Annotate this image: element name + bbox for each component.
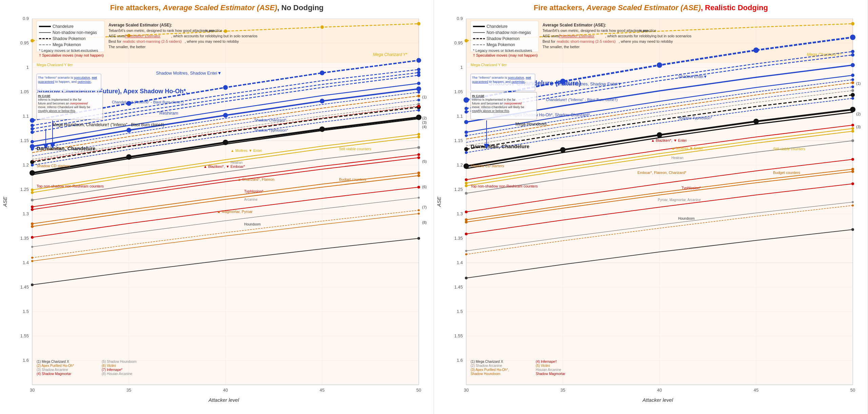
svg-point-74 xyxy=(29,170,35,176)
svg-text:The smaller, the better: The smaller, the better xyxy=(108,45,146,49)
svg-text:Mega Houndoom,: Mega Houndoom, xyxy=(515,122,548,126)
svg-text:Mega Pokemon: Mega Pokemon xyxy=(487,42,515,47)
svg-point-234 xyxy=(851,63,855,67)
svg-text:Budget counters: Budget counters xyxy=(339,177,367,181)
svg-text:40: 40 xyxy=(657,388,662,393)
svg-text:Shadow Entei▼: Shadow Entei▼ xyxy=(678,74,707,79)
svg-text:Chandelure† ("Inferno" - Blast: Chandelure† ("Inferno" - Blast Burn clon… xyxy=(546,98,617,102)
svg-text:50: 50 xyxy=(416,388,421,393)
svg-text:▲ Charizard*, Flareon: ▲ Charizard*, Flareon xyxy=(237,177,274,181)
svg-text:Mega Pokemon: Mega Pokemon xyxy=(53,42,81,47)
svg-text:roughly above or below this.: roughly above or below this. xyxy=(38,109,76,113)
svg-text:Shadow Typhlosion*: Shadow Typhlosion* xyxy=(254,128,288,132)
svg-text:(3) Apex Purified Ho-Oh*,: (3) Apex Purified Ho-Oh*, xyxy=(471,368,509,372)
svg-text:(5): (5) xyxy=(422,159,427,163)
svg-text:1.1: 1.1 xyxy=(457,114,463,119)
svg-point-72 xyxy=(31,164,34,166)
svg-point-54 xyxy=(416,58,421,63)
svg-point-227 xyxy=(753,47,759,53)
svg-text:Arcanine: Arcanine xyxy=(244,198,258,201)
svg-point-264 xyxy=(465,250,467,252)
svg-point-90 xyxy=(417,172,420,174)
svg-point-229 xyxy=(465,110,468,114)
svg-text:Houndoom: Houndoom xyxy=(244,222,261,226)
svg-text:The "Inferno" scenario is spec: The "Inferno" scenario is speculative, n… xyxy=(472,76,531,79)
svg-text:▲ Moltres  ▼ Entei: ▲ Moltres ▼ Entei xyxy=(231,149,262,153)
svg-point-104 xyxy=(417,99,420,101)
svg-text:Still viable counters: Still viable counters xyxy=(773,147,805,151)
svg-text:future and becomes an overpowe: future and becomes an overpowered xyxy=(38,102,88,105)
svg-text:Mega Charizard Y tier: Mega Charizard Y tier xyxy=(471,63,507,67)
svg-point-272 xyxy=(851,89,854,92)
svg-text:Non-shadow non-megas: Non-shadow non-megas xyxy=(487,30,531,35)
svg-text:▲ Moltres  ▼ Entei: ▲ Moltres ▼ Entei xyxy=(671,146,703,150)
svg-point-73 xyxy=(417,109,420,112)
svg-point-258 xyxy=(465,218,468,221)
svg-point-93 xyxy=(31,236,34,239)
svg-point-228 xyxy=(850,35,855,40)
svg-text:ASE uses: ASE uses xyxy=(542,34,559,38)
svg-point-100 xyxy=(418,213,420,215)
svg-point-232 xyxy=(851,50,854,53)
svg-text:(1): (1) xyxy=(856,81,861,85)
svg-text:(3): (3) xyxy=(856,125,861,129)
svg-text:Shadow Houndoom: Shadow Houndoom xyxy=(471,372,500,376)
svg-point-270 xyxy=(851,81,854,84)
svg-text:1.05: 1.05 xyxy=(20,89,29,94)
svg-text:The "Inferno" scenario is spec: The "Inferno" scenario is speculative, n… xyxy=(38,76,97,79)
svg-text:Mega Charizard Y*: Mega Charizard Y* xyxy=(807,52,841,57)
svg-point-106 xyxy=(417,105,420,107)
svg-point-96 xyxy=(418,197,420,199)
svg-text:Emboar*, Flareon, Charizard*: Emboar*, Flareon, Charizard* xyxy=(637,171,687,175)
svg-point-254 xyxy=(465,192,468,195)
svg-point-50 xyxy=(30,118,35,123)
svg-text:, where you may need to relobb: , where you may need to relobby xyxy=(619,39,673,43)
svg-point-233 xyxy=(464,120,468,124)
svg-point-98 xyxy=(418,209,420,211)
svg-text:ASE uses: ASE uses xyxy=(108,34,125,38)
svg-text:* Legacy moves or ticket-exclu: * Legacy moves or ticket-exclusives xyxy=(473,48,532,53)
svg-point-84 xyxy=(417,146,420,149)
svg-text:Best for: Best for xyxy=(542,39,555,43)
svg-text:roughly above or below this.: roughly above or below this. xyxy=(472,109,510,113)
svg-text:▲ Magmortar, Pyroar: ▲ Magmortar, Pyroar xyxy=(217,210,253,214)
svg-point-237 xyxy=(465,134,468,137)
svg-point-86 xyxy=(417,153,420,156)
svg-point-240 xyxy=(851,93,855,97)
svg-text:0.9: 0.9 xyxy=(23,16,29,21)
svg-point-69 xyxy=(417,91,420,94)
svg-text:(2) Apex Purified Ho-Oh*: (2) Apex Purified Ho-Oh* xyxy=(37,364,74,368)
svg-text:1.15: 1.15 xyxy=(20,138,29,143)
svg-point-83 xyxy=(31,199,34,201)
svg-text:, where you may need to relobb: , where you may need to relobby xyxy=(185,39,239,43)
svg-text:1.4: 1.4 xyxy=(457,260,463,265)
svg-text:Top non-shadow non-Reshiram co: Top non-shadow non-Reshiram counters xyxy=(471,184,538,188)
svg-text:(6): (6) xyxy=(422,185,427,189)
svg-text:40: 40 xyxy=(223,388,228,393)
svg-text:Heatran: Heatran xyxy=(671,156,684,160)
svg-point-52 xyxy=(223,85,228,90)
svg-text:move, Inferno Chandelure will : move, Inferno Chandelure will likely be xyxy=(38,105,90,109)
svg-text:Typhlosion*: Typhlosion* xyxy=(682,186,701,190)
svg-point-266 xyxy=(465,253,467,255)
svg-point-81 xyxy=(31,191,34,194)
svg-text:Shadow Charizard*: Shadow Charizard* xyxy=(254,118,287,122)
svg-point-62 xyxy=(417,82,420,85)
svg-point-92 xyxy=(417,174,420,177)
svg-point-99 xyxy=(31,260,33,262)
svg-point-223 xyxy=(851,22,854,25)
svg-text:Mega Charizard Y tier: Mega Charizard Y tier xyxy=(37,63,73,67)
svg-point-55 xyxy=(31,124,34,127)
svg-point-239 xyxy=(464,147,468,151)
svg-point-87 xyxy=(31,208,34,211)
svg-point-231 xyxy=(465,107,468,110)
svg-text:(7): (7) xyxy=(422,205,427,209)
svg-text:IN CASE: IN CASE xyxy=(472,94,485,98)
svg-text:Budget counters: Budget counters xyxy=(773,171,801,175)
svg-text:, which accounts for relobbyin: , which accounts for relobbying but in s… xyxy=(605,34,692,38)
svg-text:realistic short-manning (2-5 r: realistic short-manning (2-5 raiders) xyxy=(557,39,616,43)
svg-point-89 xyxy=(31,222,34,225)
svg-text:Houndoom: Houndoom xyxy=(678,217,695,220)
svg-point-251 xyxy=(851,127,854,130)
svg-point-60 xyxy=(417,74,420,77)
